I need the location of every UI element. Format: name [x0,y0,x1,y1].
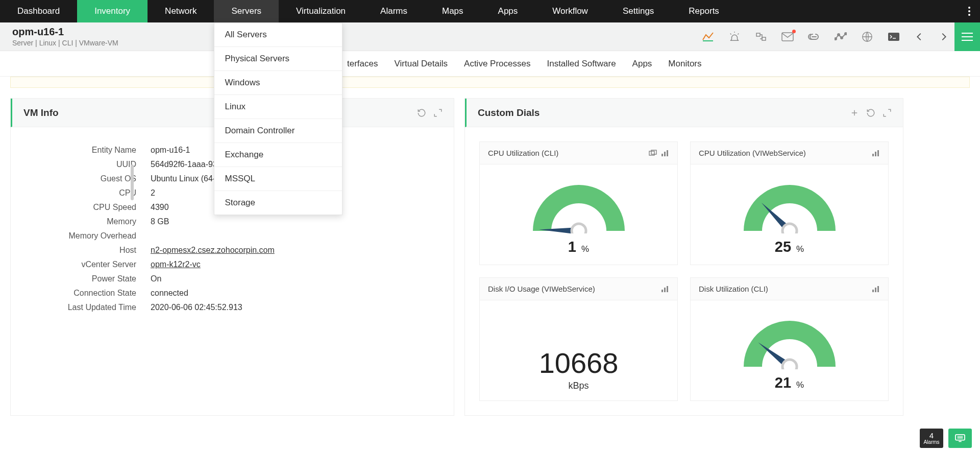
nav-workflow[interactable]: Workflow [535,0,605,22]
activity-icon[interactable] [834,31,847,42]
alarm-count: 4 [929,432,934,439]
svg-rect-24 [662,290,663,292]
vm-row-label: UUID [23,160,136,169]
svg-rect-28 [875,288,876,292]
nav-maps[interactable]: Maps [425,0,481,22]
notice-bar [10,77,970,88]
vm-row-value[interactable]: n2-opmesx2.csez.zohocorpin.com [151,246,275,255]
svg-rect-1 [762,37,766,40]
svg-rect-19 [872,154,874,156]
svg-rect-13 [651,150,656,154]
nav-dashboard[interactable]: Dashboard [0,0,77,22]
bar-chart-icon[interactable] [661,286,669,293]
custom-dials-panel: Custom Dials CPU Utilization (CLI) 1 %CP… [464,98,903,416]
tab-active-processes[interactable]: Active Processes [464,59,530,69]
nav-reports[interactable]: Reports [671,0,737,22]
vm-row-value [151,231,275,241]
dd-all-servers[interactable]: All Servers [214,23,342,47]
tab-installed-software[interactable]: Installed Software [547,59,616,69]
popup-icon[interactable] [649,150,657,157]
svg-point-3 [835,38,837,40]
vm-info-title: VM Info [23,107,59,119]
vm-row-value: connected [151,289,275,298]
mail-icon[interactable] [781,31,794,42]
chart-icon[interactable] [701,31,715,42]
add-icon[interactable] [850,108,859,117]
bar-chart-icon[interactable] [872,286,880,293]
expand-icon[interactable] [433,108,443,117]
svg-rect-26 [667,286,668,292]
refresh-icon[interactable] [866,108,875,117]
nav-virtualization[interactable]: Virtualization [279,0,363,22]
alarm-bell-icon[interactable] [728,31,741,42]
dial-title: CPU Utilization (CLI) [488,149,558,157]
svg-rect-34 [959,441,961,442]
more-menu-icon[interactable] [962,0,977,22]
tab-apps[interactable]: Apps [632,59,652,69]
dial-value: 1 % [568,239,589,255]
tab-interfaces[interactable]: terfaces [347,59,378,69]
nav-apps[interactable]: Apps [481,0,535,22]
vm-row-label: Connection State [23,289,136,298]
globe-icon[interactable] [861,31,874,42]
svg-rect-8 [888,33,899,41]
dd-linux[interactable]: Linux [214,95,342,119]
title-bar: opm-u16-1 Server | Linux | CLI | VMware-… [0,22,980,51]
dial-card: Disk I/O Usage (VIWebService)10668kBps [479,277,678,401]
vm-row-label: Memory Overhead [23,231,136,241]
vm-row-value[interactable]: opm-k12r2-vc [151,260,275,269]
svg-rect-33 [958,436,963,439]
dd-mssql[interactable]: MSSQL [214,167,342,191]
gauge-icon [736,177,843,233]
scrollbar[interactable] [131,164,134,450]
dial-card: CPU Utilization (CLI) 1 % [479,141,678,265]
vm-row-value: 2020-06-06 02:45:52.913 [151,303,275,312]
dial-value: 10668 [539,346,619,380]
alarm-count-badge[interactable]: 4 Alarms [920,429,943,448]
nav-network[interactable]: Network [148,0,214,22]
dd-physical-servers[interactable]: Physical Servers [214,47,342,71]
gauge-icon [525,177,632,233]
terminal-icon[interactable] [887,31,900,42]
vm-row-label: Guest OS [23,174,136,183]
next-icon[interactable] [938,31,949,42]
svg-rect-29 [877,286,879,292]
dial-card: Disk Utilization (CLI) 21 % [690,277,889,401]
servers-dropdown: All Servers Physical Servers Windows Lin… [214,22,342,215]
nav-inventory[interactable]: Inventory [77,0,148,22]
screen-share-icon[interactable] [948,429,972,448]
vm-row-value: 8 GB [151,217,275,226]
refresh-icon[interactable] [417,108,426,117]
svg-rect-14 [662,154,663,156]
svg-rect-2 [782,33,793,41]
vm-row-label: Entity Name [23,146,136,155]
bar-chart-icon[interactable] [872,150,880,157]
svg-rect-21 [877,150,879,156]
dial-title: Disk I/O Usage (VIWebService) [488,285,595,293]
tab-monitors[interactable]: Monitors [668,59,701,69]
hamburger-menu[interactable] [954,22,980,51]
nav-servers[interactable]: Servers All Servers Physical Servers Win… [214,0,279,22]
tab-virtual-details[interactable]: Virtual Details [394,59,448,69]
expand-icon[interactable] [883,108,892,117]
bar-chart-icon[interactable] [661,150,669,157]
svg-point-18 [572,224,586,233]
svg-rect-12 [649,151,654,155]
svg-point-6 [845,33,847,35]
network-tool-icon[interactable] [754,31,768,42]
page-title: opm-u16-1 [12,26,118,38]
custom-dials-title: Custom Dials [478,107,540,119]
vm-row-label: CPU Speed [23,203,136,212]
dd-domain-controller[interactable]: Domain Controller [214,119,342,143]
vm-row-value: On [151,274,275,283]
nav-settings[interactable]: Settings [605,0,671,22]
dd-exchange[interactable]: Exchange [214,143,342,167]
dd-storage[interactable]: Storage [214,191,342,215]
nav-alarms[interactable]: Alarms [363,0,425,22]
dd-windows[interactable]: Windows [214,71,342,95]
dial-card: CPU Utilization (VIWebService) 25 % [690,141,889,265]
alarm-label: Alarms [923,439,939,445]
svg-rect-20 [875,152,876,156]
prev-icon[interactable] [914,31,925,42]
link-icon[interactable] [807,31,821,42]
